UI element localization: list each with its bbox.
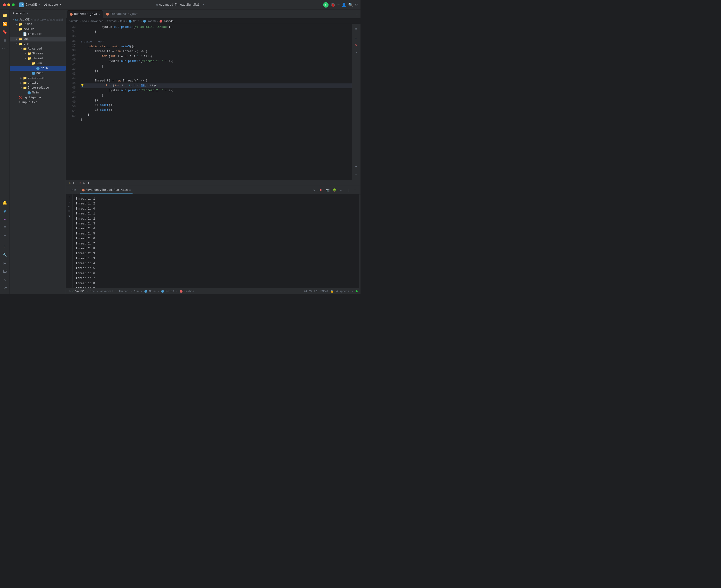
status-bar: ⚙ ✓ JavaSE › src › Advanced › Thread › R… xyxy=(66,288,360,294)
status-indentation[interactable]: 4 spaces xyxy=(336,290,349,293)
branch-selector[interactable]: ⎇ master ▾ xyxy=(44,3,61,6)
ai-icon[interactable]: ✦ xyxy=(1,215,9,223)
notifications-icon[interactable]: 🔔 xyxy=(1,199,9,207)
status-encoding[interactable]: UTF-8 xyxy=(320,290,328,293)
lines-icon[interactable]: ≡ xyxy=(1,224,9,232)
structure-icon[interactable]: ⊞ xyxy=(1,37,9,44)
code-area[interactable]: System.out.println("I am main2 thread");… xyxy=(78,24,352,180)
line-ending-label: LF xyxy=(314,290,317,293)
terminal-collapse-icon[interactable]: − xyxy=(352,188,357,193)
terminal-tree-icon[interactable]: 🌳 xyxy=(332,188,337,193)
project-selector[interactable]: JS JavaSE ▾ xyxy=(19,2,40,7)
sidebar-item-run[interactable]: ▾ 📁 Run xyxy=(10,61,66,66)
tab-thread-main[interactable]: ⬤ Thread/Main.java xyxy=(103,10,141,18)
image-icon[interactable]: 🖼 xyxy=(1,268,9,275)
terminal-snapshot-icon[interactable]: 📷 xyxy=(325,188,330,193)
tool1-icon[interactable]: 🔧 xyxy=(1,251,9,259)
warning-count: 4 xyxy=(73,182,74,185)
sidebar-item-entity[interactable]: ▶ 📁 entity xyxy=(10,81,66,85)
breadcrumb-main[interactable]: ⬤ Main xyxy=(129,20,140,23)
more-options-icon[interactable]: ⋯ xyxy=(337,2,340,7)
right-panel-icon6[interactable]: − xyxy=(353,171,360,178)
sidebar-item-textfile[interactable]: 📄 text.txt xyxy=(10,32,66,37)
sidebar-item-javase[interactable]: ▾ 🗂 JavaSE ~/Desktop/CS/JavaSE基础 xyxy=(10,17,66,22)
terminal-more-options[interactable]: ⋮ xyxy=(345,188,351,193)
warning-icon[interactable]: ⚠ xyxy=(1,276,9,284)
status-lock[interactable]: 🔒 xyxy=(330,290,334,293)
sidebar-item-intermediate[interactable]: ▾ 📁 Intermediate xyxy=(10,85,66,90)
play-circle-icon[interactable]: ▶ xyxy=(1,259,9,267)
sidebar-label-javase: JavaSE xyxy=(19,18,29,21)
sidebar-item-thread[interactable]: ▾ 📁 Thread xyxy=(10,56,66,61)
breadcrumb-src[interactable]: src xyxy=(82,20,87,23)
run-main-tab-close[interactable]: ✕ xyxy=(99,13,100,16)
terminal-tab-run[interactable]: Run xyxy=(69,187,78,194)
tab-run-main[interactable]: ⬤ Run/Main.java ✕ xyxy=(67,10,103,18)
copilot-icon[interactable]: ◉ xyxy=(1,207,9,215)
bookmark-icon[interactable]: 🔖 xyxy=(1,28,9,36)
breadcrumb-main3[interactable]: ⬤ main3 xyxy=(143,20,156,23)
breadcrumb-javase[interactable]: JavaSE xyxy=(69,20,79,23)
status-main3-icon: ⬤ xyxy=(161,290,164,293)
sidebar-item-gitignore[interactable]: 🚫 .gitignore xyxy=(10,95,66,100)
sidebar-item-idea[interactable]: ▶ 📁 .idea xyxy=(10,22,66,27)
status-line-ending[interactable]: LF xyxy=(314,290,317,293)
status-branch[interactable]: ✓ JavaSE xyxy=(73,290,84,293)
sidebar-item-advanced[interactable]: ▾ 📁 Advanced xyxy=(10,46,66,51)
breadcrumb-advanced[interactable]: Advanced xyxy=(90,20,103,23)
status-gear[interactable]: ⚙ xyxy=(69,290,70,293)
minimize-button[interactable] xyxy=(7,3,10,6)
side-filter-icon[interactable]: ≡ xyxy=(68,210,70,213)
side-down-icon[interactable]: ↓ xyxy=(68,200,70,204)
expand-icon[interactable]: ▲ xyxy=(88,182,89,185)
terminal-tab-main[interactable]: ⬤ Advanced.Thread.Run.Main ✕ xyxy=(80,187,133,194)
sidebar-item-src[interactable]: ▾ 📁 src xyxy=(10,41,66,46)
breadcrumb-thread[interactable]: Thread xyxy=(107,20,117,23)
side-print-icon[interactable]: 🖨 xyxy=(68,214,71,218)
breadcrumb-run[interactable]: Run xyxy=(120,20,125,23)
output-line-3: Thread 2: 0 xyxy=(76,206,356,211)
right-panel-icon4[interactable]: ▾ xyxy=(353,49,360,56)
more-icon[interactable]: ··· xyxy=(1,45,9,53)
right-panel-icon5[interactable]: − xyxy=(353,163,360,170)
output-line-13: Thread 1: 3 xyxy=(76,256,356,261)
run-button[interactable]: ▶ xyxy=(323,2,329,7)
terminal-stop-icon[interactable]: ■ xyxy=(318,188,324,193)
terminal-scrollbar[interactable] xyxy=(359,194,360,288)
sidebar-item-inputfile[interactable]: ≡ input.txt xyxy=(10,100,66,105)
sidebar-label-collection: Collection xyxy=(28,76,45,80)
search-icon[interactable]: 🔍 xyxy=(348,2,353,7)
debug-icon[interactable]: 🐞 xyxy=(330,2,335,7)
output-line-14: Thread 1: 4 xyxy=(76,261,356,266)
sidebar-item-main-thread[interactable]: ⬤ Main xyxy=(10,71,66,76)
sidebar-header[interactable]: Project ▾ xyxy=(10,10,66,17)
terminal-more-icon[interactable]: ⋯ xyxy=(338,188,344,193)
git-icon[interactable]: ⎇ xyxy=(1,284,9,292)
status-share[interactable]: ↗ xyxy=(351,290,353,293)
sidebar-item-newdir[interactable]: ▾ 📁 newDir xyxy=(10,27,66,32)
sidebar-item-collection[interactable]: ▶ 📁 Collection xyxy=(10,76,66,81)
right-panel-icon3[interactable]: ✕ xyxy=(353,41,360,48)
status-position[interactable]: 44:35 xyxy=(304,290,312,293)
settings-icon[interactable]: ⚙ xyxy=(355,2,357,7)
breadcrumb-sep7: › xyxy=(157,20,159,23)
terminal-restart-icon[interactable]: ↻ xyxy=(311,188,316,193)
right-panel-icon2[interactable]: ⚠ xyxy=(353,34,360,41)
java-icon[interactable]: J xyxy=(1,243,9,251)
sidebar-label-thread: Thread xyxy=(32,57,43,60)
close-button[interactable] xyxy=(3,3,6,6)
sidebar-item-stream[interactable]: ▶ 📁 Stream xyxy=(10,51,66,56)
vcs-icon[interactable]: 🔀 xyxy=(1,20,9,28)
sidebar-item-out[interactable]: ▶ 📂 out xyxy=(10,37,66,41)
right-panel-icon1[interactable]: ≡ xyxy=(353,26,360,33)
side-up-icon[interactable]: ↑ xyxy=(68,195,70,199)
user-icon[interactable]: 👤 xyxy=(342,2,346,7)
sidebar-item-main-run[interactable]: ⬤ Main xyxy=(10,66,66,71)
maximize-button[interactable] xyxy=(12,3,15,6)
tab-more-options[interactable]: ⋯ xyxy=(354,12,359,16)
side-wrap-icon[interactable]: ↩ xyxy=(68,205,70,209)
sidebar-item-main-inter[interactable]: ⬤ Main xyxy=(10,90,66,95)
folder-icon[interactable]: 📁 xyxy=(1,12,9,20)
minus-icon[interactable]: − xyxy=(1,232,9,240)
terminal-tab-close[interactable]: ✕ xyxy=(129,189,130,191)
